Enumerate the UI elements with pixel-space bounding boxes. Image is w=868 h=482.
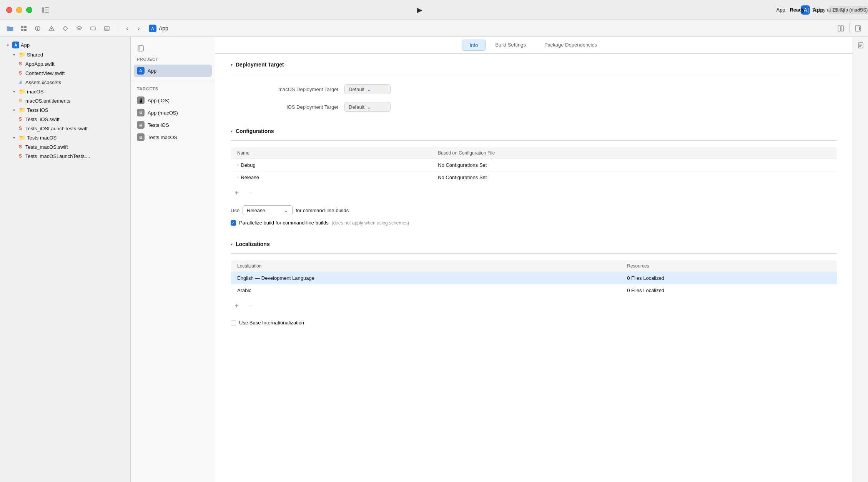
- config-col-file: Based on Configuration File: [432, 147, 837, 159]
- inspector-icon[interactable]: [32, 23, 43, 34]
- folder-icon[interactable]: [5, 23, 15, 34]
- table-row[interactable]: › Release No Configurations Set: [231, 171, 837, 184]
- sidebar-item-assets[interactable]: ⊞ Assets.xcassets: [0, 78, 130, 87]
- status-area: App: Ready | Today at 13:03: [777, 7, 845, 13]
- svg-rect-2: [45, 10, 49, 10]
- sidebar-item-tests-macos[interactable]: ▾ 📁 Tests macOS: [0, 133, 130, 142]
- diamond-icon[interactable]: [60, 23, 71, 34]
- configurations-section: ▾ Configurations Name Based on Configura…: [231, 128, 837, 229]
- panel-item-app-project[interactable]: A App: [134, 65, 212, 77]
- folder-icon-tests-macos: 📁: [18, 134, 25, 141]
- tab-info[interactable]: Info: [462, 40, 486, 51]
- debug-disclosure[interactable]: ›: [237, 163, 238, 167]
- loc-disclosure[interactable]: ▾: [231, 242, 233, 246]
- sidebar-label-assets: Assets.xcassets: [25, 80, 61, 85]
- target-macos-icon: 🖥: [137, 109, 145, 116]
- base-intl-checkbox[interactable]: [231, 320, 236, 326]
- panel-item-app-macos[interactable]: 🖥 App (macOS): [131, 106, 215, 119]
- folder-icon-shared: 📁: [18, 51, 25, 58]
- svg-point-16: [51, 30, 52, 30]
- tests-ios-disclosure[interactable]: ▾: [11, 107, 17, 113]
- swift-icon-tests-ios: S: [17, 116, 24, 123]
- status-app-label: App:: [777, 7, 787, 13]
- ios-deployment-select[interactable]: Default ⌄: [344, 102, 391, 112]
- view-toggle-icon[interactable]: [18, 23, 29, 34]
- play-button[interactable]: ▶: [417, 6, 422, 14]
- table-row[interactable]: › Debug No Configurations Set: [231, 159, 837, 171]
- editor-content: ▾ Deployment Target macOS Deployment Tar…: [215, 54, 853, 482]
- back-button[interactable]: ‹: [122, 23, 133, 34]
- file-inspector-button[interactable]: [855, 40, 866, 51]
- sidebar-item-tests-ios-swift[interactable]: S Tests_iOS.swift: [0, 115, 130, 124]
- config-title: Configurations: [236, 128, 274, 134]
- loc-col-resources: Resources: [621, 260, 837, 272]
- svg-rect-15: [51, 28, 52, 29]
- sidebar-root-item[interactable]: ▾ A App: [0, 40, 130, 50]
- add-tab-button[interactable]: +: [857, 5, 862, 14]
- use-suffix: for command-line builds: [296, 208, 349, 213]
- sidebar-item-tests-macos-launch[interactable]: S Tests_macOSLaunchTests....: [0, 151, 130, 161]
- target-tests-ios-label: Tests iOS: [148, 122, 169, 128]
- sidebar-item-macos[interactable]: ▾ 📁 macOS: [0, 87, 130, 96]
- macos-disclosure[interactable]: ▾: [11, 88, 17, 95]
- list-icon[interactable]: [101, 23, 112, 34]
- sidebar-item-tests-ios-launch[interactable]: S Tests_iOSLaunchTests.swift: [0, 124, 130, 133]
- dt-disclosure[interactable]: ▾: [231, 63, 233, 67]
- panel-item-tests-macos[interactable]: 🖥 Tests macOS: [131, 131, 215, 143]
- sidebar-item-tests-macos-swift[interactable]: S Tests_macOS.swift: [0, 142, 130, 151]
- panel-item-tests-ios[interactable]: 🖥 Tests iOS: [131, 119, 215, 131]
- split-view-icon[interactable]: [835, 23, 846, 34]
- forward-button[interactable]: ›: [133, 23, 144, 34]
- svg-rect-0: [42, 7, 44, 13]
- add-locale-button[interactable]: +: [232, 301, 241, 311]
- sidebar-label-contentview: ContentView.swift: [25, 70, 65, 76]
- sidebar-item-appapp[interactable]: S AppApp.swift: [0, 59, 130, 68]
- release-disclosure[interactable]: ›: [237, 175, 238, 180]
- file-navigator-sidebar: ▾ A App ▾ 📁 Shared S AppApp.swift S Cont…: [0, 37, 131, 482]
- add-config-button[interactable]: +: [232, 188, 241, 198]
- svg-rect-29: [859, 45, 862, 46]
- sidebar-item-tests-ios[interactable]: ▾ 📁 Tests iOS: [0, 105, 130, 115]
- toolbar-right: [835, 23, 863, 34]
- inspector-panel-icon[interactable]: [853, 23, 863, 34]
- tab-build-settings[interactable]: Build Settings: [486, 38, 535, 52]
- shared-disclosure[interactable]: ▾: [11, 52, 17, 58]
- release-cell: › Release: [237, 175, 426, 180]
- right-sep: [849, 23, 850, 32]
- panel-collapse-button[interactable]: [135, 43, 146, 54]
- sidebar-toggle-button[interactable]: [40, 6, 51, 14]
- svg-rect-21: [838, 26, 840, 31]
- tests-macos-disclosure[interactable]: ▾: [11, 135, 17, 141]
- use-config-select[interactable]: Release ⌄: [243, 205, 293, 215]
- remove-locale-button[interactable]: −: [246, 301, 255, 311]
- zoom-button[interactable]: [26, 7, 32, 13]
- sidebar-item-contentview[interactable]: S ContentView.swift: [0, 68, 130, 78]
- table-row[interactable]: Arabic 0 Files Localized: [231, 284, 837, 297]
- panel-item-app-ios[interactable]: 📱 App (iOS): [131, 94, 215, 106]
- content-area: PROJECT A App TARGETS 📱 App (iOS) 🖥 App …: [131, 37, 868, 482]
- entitlements-icon: ⚙: [17, 97, 24, 104]
- traffic-lights: [6, 7, 32, 13]
- remove-config-button[interactable]: −: [246, 188, 255, 198]
- sidebar-item-entitlements[interactable]: ⚙ macOS.entitlements: [0, 96, 130, 105]
- layers-icon[interactable]: [74, 23, 85, 34]
- warning-icon[interactable]: [46, 23, 57, 34]
- close-button[interactable]: [6, 7, 12, 13]
- macos-deployment-select[interactable]: Default ⌄: [344, 84, 391, 94]
- sidebar-item-shared[interactable]: ▾ 📁 Shared: [0, 50, 130, 59]
- svg-rect-28: [859, 44, 862, 45]
- tab-package-dependencies[interactable]: Package Dependencies: [535, 38, 606, 52]
- panel-divider: [131, 80, 215, 80]
- sidebar-label-tests-ios-swift: Tests_iOS.swift: [25, 116, 60, 122]
- table-row[interactable]: English — Development Language 0 Files L…: [231, 272, 837, 284]
- config-disclosure[interactable]: ▾: [231, 129, 233, 133]
- minimize-button[interactable]: [16, 7, 22, 13]
- localizations-header: ▾ Localizations: [231, 241, 837, 247]
- ios-deployment-label: iOS Deployment Target: [231, 104, 338, 110]
- parallelize-checkbox[interactable]: ✓: [231, 220, 236, 226]
- ios-deployment-control: Default ⌄: [344, 102, 391, 112]
- root-disclosure[interactable]: ▾: [5, 42, 11, 48]
- svg-rect-11: [24, 29, 27, 31]
- shape-icon[interactable]: [88, 23, 98, 34]
- ios-deployment-arrow: ⌄: [367, 104, 371, 110]
